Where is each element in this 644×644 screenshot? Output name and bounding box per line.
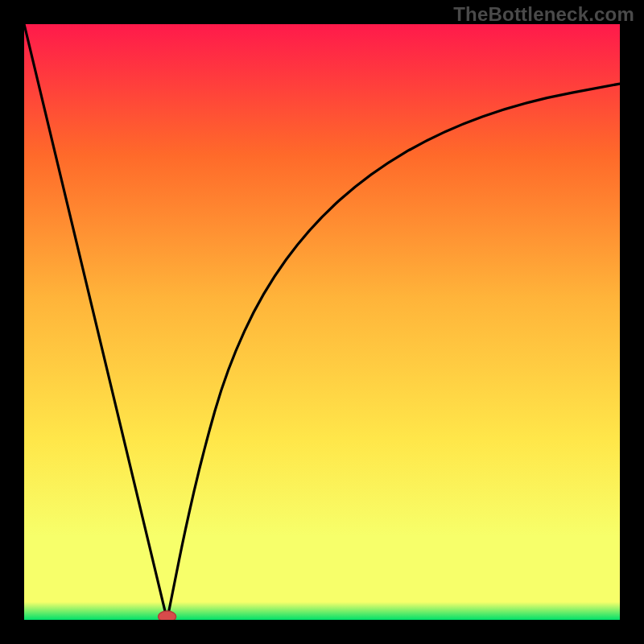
gradient-background: [24, 24, 620, 620]
chart-svg: [24, 24, 620, 620]
plot-area: [24, 24, 620, 620]
watermark-text: TheBottleneck.com: [453, 3, 634, 26]
chart-frame: TheBottleneck.com: [0, 0, 644, 644]
optimal-point-marker: [159, 611, 176, 620]
